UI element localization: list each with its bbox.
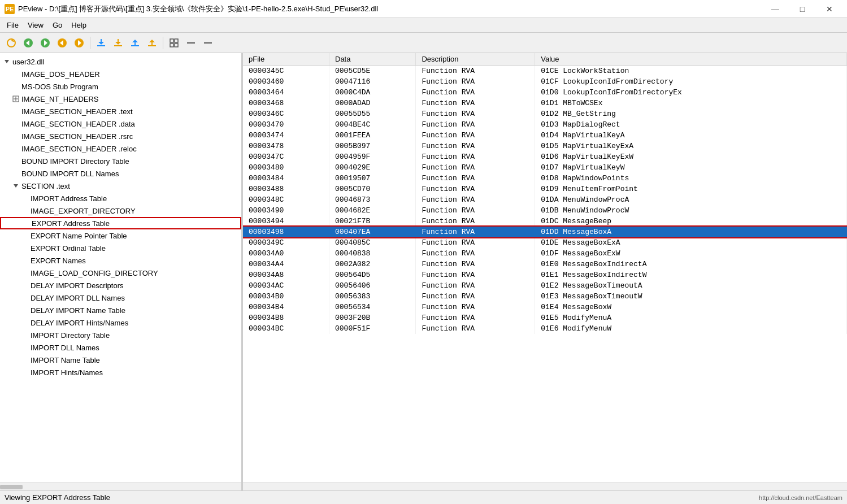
tree-item-delay_import_dll[interactable]: DELAY IMPORT DLL Names — [0, 292, 241, 304]
tree-item-section_data[interactable]: IMAGE_SECTION_HEADER .data — [0, 118, 241, 130]
tree-item-bound_import_dll[interactable]: BOUND IMPORT DLL Names — [0, 167, 241, 180]
toolbar-dash1[interactable] — [183, 35, 199, 51]
toolbar-back-orange[interactable] — [54, 35, 70, 51]
tree-item-delay_import_hints[interactable]: DELAY IMPORT Hints/Names — [0, 316, 241, 329]
tree-item-import_name_table[interactable]: IMPORT Name Table — [0, 354, 241, 366]
menu-view[interactable]: View — [23, 20, 48, 31]
table-row[interactable]: 000034680000ADADFunction RVA01D1 MBToWCS… — [243, 98, 847, 108]
cell-value: 01DD MessageBoxA — [535, 227, 847, 237]
toolbar-refresh[interactable] — [3, 35, 19, 51]
toolbar-grid[interactable] — [166, 35, 182, 51]
table-row[interactable]: 000034B80003F20BFunction RVA01E5 ModifyM… — [243, 312, 847, 323]
tree-item-import_hints[interactable]: IMPORT Hints/Names — [0, 366, 241, 379]
tree-item-section_text[interactable]: IMAGE_SECTION_HEADER .text — [0, 105, 241, 118]
toolbar-download2[interactable] — [110, 35, 126, 51]
maximize-button[interactable]: □ — [789, 2, 815, 16]
table-row[interactable]: 000034780005B097Function RVA01D5 MapVirt… — [243, 141, 847, 151]
cell-value: 01E5 ModifyMenuA — [535, 312, 847, 323]
data-table[interactable]: pFile Data Description Value 0000345C000… — [243, 53, 847, 483]
cell-value: 01D8 MapWindowPoints — [535, 173, 847, 184]
cell-desc: Function RVA — [416, 76, 535, 87]
cell-pfile: 00003488 — [243, 184, 329, 194]
tree-scrollbar[interactable] — [0, 483, 241, 490]
table-row[interactable]: 00003498000407EAFunction RVA01DD Message… — [243, 227, 847, 237]
tree-item-msdos_stub[interactable]: MS-DOS Stub Program — [0, 80, 241, 93]
table-row[interactable]: 0000349400021F7BFunction RVA01DC Message… — [243, 216, 847, 227]
tree-item-section_reloc[interactable]: IMAGE_SECTION_HEADER .reloc — [0, 142, 241, 155]
tree-item-import_dir[interactable]: IMPORT Directory Table — [0, 329, 241, 341]
toolbar-download1[interactable] — [93, 35, 109, 51]
table-row[interactable]: 0000348400019507Function RVA01D8 MapWind… — [243, 173, 847, 184]
toolbar-upload1[interactable] — [127, 35, 143, 51]
cell-pfile: 00003498 — [243, 227, 329, 237]
close-button[interactable]: ✕ — [816, 2, 842, 16]
tree-expander-section_text2[interactable] — [11, 183, 20, 189]
tree-item-import_dll[interactable]: IMPORT DLL Names — [0, 341, 241, 354]
tree-expander-user32[interactable] — [2, 59, 11, 64]
tree-item-export_names[interactable]: EXPORT Names — [0, 254, 241, 267]
table-row[interactable]: 0000346000047116Function RVA01CF LookupI… — [243, 76, 847, 87]
toolbar-forward-green[interactable] — [37, 35, 53, 51]
table-row[interactable]: 000034AC00056406Function RVA01E2 Message… — [243, 280, 847, 291]
menu-go[interactable]: Go — [48, 20, 67, 31]
menu-help[interactable]: Help — [67, 20, 91, 31]
tree-item-nt_headers[interactable]: IMAGE_NT_HEADERS — [0, 93, 241, 105]
table-row[interactable]: 000034740001FEEAFunction RVA01D4 MapVirt… — [243, 130, 847, 141]
table-row[interactable]: 000034BC0000F51FFunction RVA01E6 ModifyM… — [243, 323, 847, 334]
table-row[interactable]: 0000347C0004959FFunction RVA01D6 MapVirt… — [243, 151, 847, 162]
toolbar-back-green[interactable] — [20, 35, 36, 51]
svg-point-0 — [7, 39, 15, 47]
toolbar-upload2[interactable] — [144, 35, 160, 51]
tree-label-section_rsrc: IMAGE_SECTION_HEADER .rsrc — [20, 132, 133, 141]
table-row[interactable]: 000034B000056383Function RVA01E3 Message… — [243, 291, 847, 302]
cell-desc: Function RVA — [416, 280, 535, 291]
table-row[interactable]: 000034640000C4DAFunction RVA01D0 LookupI… — [243, 87, 847, 98]
cell-data: 0000F51F — [329, 323, 416, 334]
tree-item-delay_import_desc[interactable]: DELAY IMPORT Descriptors — [0, 279, 241, 292]
tree-item-bound_import_dir[interactable]: BOUND IMPORT Directory Table — [0, 155, 241, 167]
tree-item-delay_import_name[interactable]: DELAY IMPORT Name Table — [0, 304, 241, 316]
tree-item-export_addr_table[interactable]: EXPORT Address Table — [0, 217, 241, 229]
toolbar-forward-orange[interactable] — [71, 35, 87, 51]
table-row[interactable]: 000034A40002A082Function RVA01E0 Message… — [243, 259, 847, 270]
tree-container[interactable]: user32.dllIMAGE_DOS_HEADERMS-DOS Stub Pr… — [0, 53, 241, 483]
table-row[interactable]: 0000345C0005CD5EFunction RVA01CE LockWor… — [243, 66, 847, 77]
table-row[interactable]: 000034880005CD70Function RVA01D9 MenuIte… — [243, 184, 847, 194]
cell-data: 0000ADAD — [329, 98, 416, 108]
table-row[interactable]: 000034A000040838Function RVA01DF Message… — [243, 248, 847, 259]
svg-rect-15 — [131, 45, 139, 46]
table-row[interactable]: 0000348C00046873Function RVA01DA MenuWin… — [243, 194, 847, 205]
cell-value: 01D1 MBToWCSEx — [535, 98, 847, 108]
col-desc: Description — [416, 53, 535, 66]
cell-desc: Function RVA — [416, 98, 535, 108]
svg-rect-26 — [204, 42, 212, 44]
tree-item-export_name_ptr[interactable]: EXPORT Name Pointer Table — [0, 229, 241, 242]
tree-item-section_text2[interactable]: SECTION .text — [0, 180, 241, 192]
svg-marker-27 — [5, 60, 9, 63]
tree-expander-nt_headers[interactable] — [11, 95, 20, 102]
tree-label-import_name_table: IMPORT Name Table — [29, 356, 100, 364]
tree-item-image_export_dir[interactable]: IMAGE_EXPORT_DIRECTORY — [0, 205, 241, 217]
tree-item-load_config[interactable]: IMAGE_LOAD_CONFIG_DIRECTORY — [0, 267, 241, 279]
tree-item-export_ordinal[interactable]: EXPORT Ordinal Table — [0, 242, 241, 254]
cell-pfile: 0000348C — [243, 194, 329, 205]
toolbar-dash2[interactable] — [200, 35, 216, 51]
cell-pfile: 000034A4 — [243, 259, 329, 270]
cell-desc: Function RVA — [416, 237, 535, 248]
table-row[interactable]: 0000349C0004085CFunction RVA01DE Message… — [243, 237, 847, 248]
tree-item-user32[interactable]: user32.dll — [0, 55, 241, 68]
minimize-button[interactable]: — — [762, 2, 788, 16]
menu-file[interactable]: File — [2, 20, 23, 31]
tree-item-import_addr_table[interactable]: IMPORT Address Table — [0, 192, 241, 205]
table-row[interactable]: 0000346C00055D55Function RVA01D2 MB_GetS… — [243, 108, 847, 119]
table-row[interactable]: 000034A8000564D5Function RVA01E1 Message… — [243, 270, 847, 280]
tree-item-section_rsrc[interactable]: IMAGE_SECTION_HEADER .rsrc — [0, 130, 241, 142]
table-row[interactable]: 000034900004682EFunction RVA01DB MenuWin… — [243, 205, 847, 216]
tree-label-section_text2: SECTION .text — [20, 182, 70, 190]
tree-item-dos_header[interactable]: IMAGE_DOS_HEADER — [0, 68, 241, 80]
right-scrollbar[interactable] — [243, 483, 847, 490]
table-row[interactable]: 000034800004029EFunction RVA01D7 MapVirt… — [243, 162, 847, 173]
cell-value: 01D3 MapDialogRect — [535, 119, 847, 130]
table-row[interactable]: 000034B400056534Function RVA01E4 Message… — [243, 302, 847, 312]
table-row[interactable]: 000034700004BE4CFunction RVA01D3 MapDial… — [243, 119, 847, 130]
